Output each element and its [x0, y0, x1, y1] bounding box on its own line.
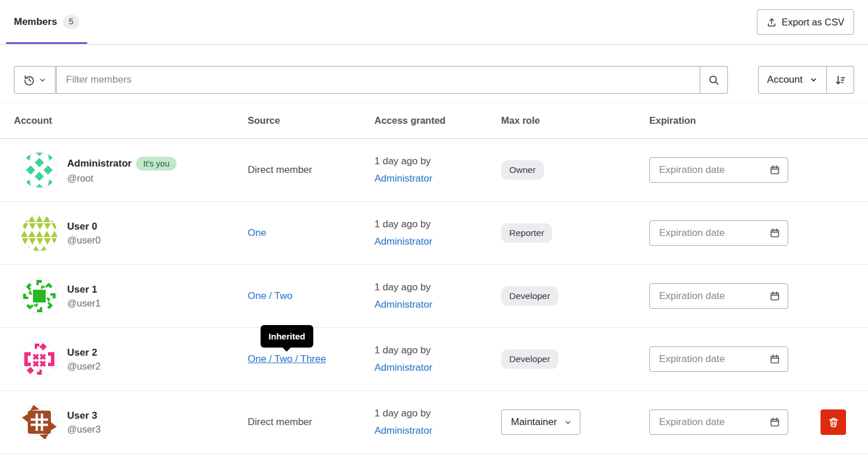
max-role-dropdown-label: Maintainer — [511, 416, 557, 428]
source-text: Direct member — [248, 164, 312, 175]
table-header-row: Account Source Access granted Max role E… — [0, 103, 868, 139]
expiration-date-input[interactable]: Expiration date — [649, 409, 788, 435]
access-granted-by-link[interactable]: Administrator — [374, 233, 432, 250]
expiration-placeholder: Expiration date — [659, 164, 724, 176]
tab-members[interactable]: Members 5 — [6, 0, 87, 44]
source-link[interactable]: One — [248, 227, 266, 238]
search-button[interactable] — [700, 66, 728, 94]
access-granted-when: 1 day ago by — [374, 219, 431, 230]
member-row-user2: User 2 @user2 Inherited One / Two / Thre… — [0, 328, 868, 391]
member-row-user1: User 1 @user1 One / Two 1 day ago by Adm… — [0, 265, 868, 328]
access-granted-when: 1 day ago by — [374, 408, 431, 419]
members-table: Account Source Access granted Max role E… — [0, 103, 868, 454]
avatar — [21, 404, 58, 441]
tab-members-label: Members — [14, 16, 57, 28]
calendar-icon — [770, 417, 780, 427]
expiration-placeholder: Expiration date — [659, 227, 724, 239]
calendar-icon — [770, 291, 780, 301]
max-role-badge: Developer — [501, 286, 558, 306]
expiration-date-input[interactable]: Expiration date — [649, 283, 788, 309]
member-row-administrator: Administrator It's you @root Direct memb… — [0, 139, 868, 202]
max-role-dropdown[interactable]: Maintainer — [501, 409, 580, 435]
chevron-down-icon — [564, 419, 572, 426]
column-header-source: Source — [248, 115, 374, 126]
expiration-date-input[interactable]: Expiration date — [649, 346, 788, 372]
filter-members-input[interactable] — [56, 66, 700, 94]
sort-field-dropdown[interactable]: Account — [758, 66, 827, 94]
source-text: Direct member — [248, 416, 312, 427]
avatar — [21, 215, 58, 252]
tab-bar: Members 5 Export as CSV — [0, 0, 868, 45]
column-header-max-role: Max role — [501, 115, 649, 126]
source-link[interactable]: One / Two — [248, 290, 292, 301]
max-role-badge: Developer — [501, 349, 558, 369]
max-role-badge: Owner — [501, 160, 544, 180]
column-header-access-granted: Access granted — [374, 115, 501, 126]
access-granted-by-link[interactable]: Administrator — [374, 170, 432, 187]
member-username: @user3 — [67, 424, 101, 435]
member-row-user0: User 0 @user0 One 1 day ago by Administr… — [0, 202, 868, 265]
member-name: User 3 — [67, 410, 97, 422]
export-csv-button[interactable]: Export as CSV — [757, 9, 854, 35]
member-username: @user1 — [67, 298, 101, 309]
members-count-badge: 5 — [63, 15, 79, 28]
avatar — [21, 152, 58, 189]
filter-input-group — [14, 66, 728, 94]
access-granted-by-link[interactable]: Administrator — [374, 422, 432, 440]
expiration-date-input[interactable]: Expiration date — [649, 157, 788, 183]
trash-icon — [828, 417, 839, 428]
history-icon — [24, 75, 35, 86]
sort-direction-button[interactable] — [827, 66, 854, 94]
access-granted-when: 1 day ago by — [374, 345, 431, 356]
column-header-account: Account — [14, 115, 248, 126]
filter-history-button[interactable] — [14, 66, 56, 94]
column-header-expiration: Expiration — [649, 115, 821, 126]
member-username: @user0 — [67, 235, 101, 246]
access-granted-by-link[interactable]: Administrator — [374, 296, 432, 313]
source-link[interactable]: One / Two / Three — [248, 353, 326, 364]
max-role-badge: Reporter — [501, 223, 552, 243]
calendar-icon — [770, 228, 780, 238]
remove-member-button[interactable] — [821, 409, 846, 435]
inherited-tooltip: Inherited — [260, 325, 313, 348]
access-granted-when: 1 day ago by — [374, 156, 431, 167]
member-name: User 1 — [67, 284, 97, 296]
chevron-down-icon — [810, 76, 818, 84]
chevron-down-icon — [39, 76, 46, 84]
inherited-tooltip-label: Inherited — [269, 331, 305, 341]
its-you-badge: It's you — [136, 157, 176, 171]
calendar-icon — [770, 165, 780, 175]
export-icon — [767, 17, 777, 27]
member-row-user3: User 3 @user3 Direct member 1 day ago by… — [0, 391, 868, 454]
calendar-icon — [770, 354, 780, 364]
expiration-placeholder: Expiration date — [659, 290, 724, 302]
expiration-date-input[interactable]: Expiration date — [649, 220, 788, 246]
access-granted-when: 1 day ago by — [374, 282, 431, 293]
member-name: User 2 — [67, 347, 97, 359]
member-name: User 0 — [67, 221, 97, 232]
sort-descending-icon — [835, 75, 846, 86]
filter-bar: Account — [0, 45, 868, 103]
avatar — [21, 278, 58, 315]
expiration-placeholder: Expiration date — [659, 416, 724, 428]
expiration-placeholder: Expiration date — [659, 353, 724, 365]
member-username: @user2 — [67, 361, 101, 372]
access-granted-by-link[interactable]: Administrator — [374, 359, 432, 377]
member-username: @root — [67, 173, 176, 184]
export-csv-label: Export as CSV — [782, 17, 844, 28]
sort-field-label: Account — [767, 74, 803, 86]
search-icon — [708, 75, 719, 86]
avatar — [21, 341, 58, 378]
member-name: Administrator — [67, 158, 131, 169]
sort-controls: Account — [758, 66, 854, 94]
